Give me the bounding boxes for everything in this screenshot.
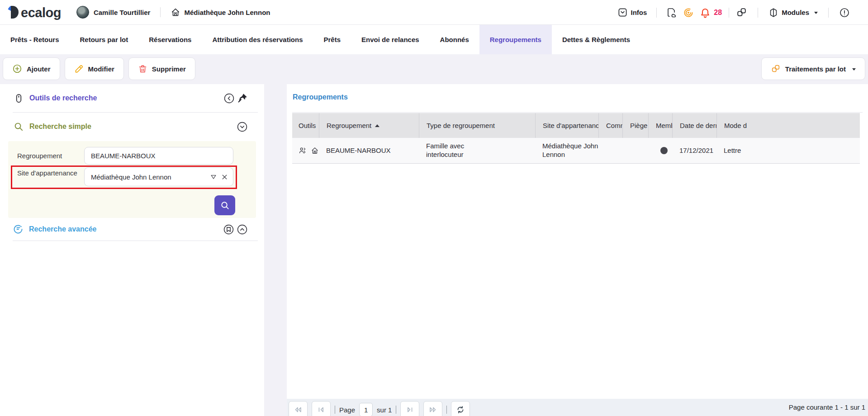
tab-retours-par-lot[interactable]: Retours par lot <box>70 25 139 54</box>
cell-membres <box>648 147 672 154</box>
search-tools-header: Outils de recherche <box>0 84 264 112</box>
decalog-logo[interactable]: ecalog <box>7 5 61 19</box>
double-left-icon <box>293 405 303 415</box>
collapse-section-button[interactable] <box>237 121 248 132</box>
plus-circle-icon <box>12 64 22 74</box>
notifications-button[interactable]: 28 <box>700 7 722 18</box>
user-name: Camille Tourtillier <box>94 9 151 16</box>
refresh-icon <box>455 405 465 415</box>
column-header-site[interactable]: Site d'appartenance <box>535 113 598 138</box>
info-circle-icon[interactable] <box>839 7 850 18</box>
document-cloud-icon[interactable] <box>666 7 677 18</box>
mouse-icon <box>14 93 24 104</box>
pager-divider <box>396 406 396 414</box>
members-icon[interactable] <box>299 146 307 156</box>
add-button[interactable]: Ajouter <box>3 57 60 80</box>
house-icon <box>171 7 180 17</box>
tab-abonnes[interactable]: Abonnés <box>430 25 479 54</box>
next-page-button[interactable] <box>400 401 419 416</box>
modules-menu[interactable]: Modules <box>768 8 818 18</box>
page-summary: Page courante 1 - 1 sur 1 <box>789 403 865 411</box>
dropdown-triangle-icon[interactable] <box>209 173 218 181</box>
previous-page-button[interactable] <box>312 401 331 416</box>
page-of-label: sur 1 <box>377 406 392 414</box>
site-appartenance-value: Médiathèque John Lennon <box>91 173 209 181</box>
first-page-button[interactable] <box>289 401 308 416</box>
pencil-icon <box>74 64 84 74</box>
member-dot-indicator <box>660 147 668 154</box>
edit-button-label: Modifier <box>88 65 114 73</box>
cell-type: Famille avec interlocuteur <box>419 142 535 159</box>
saved-searches-button[interactable] <box>223 224 234 235</box>
column-header-outils[interactable]: Outils <box>292 113 319 138</box>
tab-reservations[interactable]: Réservations <box>138 25 202 54</box>
refresh-button[interactable] <box>451 401 470 416</box>
column-header-mode[interactable]: Mode d <box>716 113 860 138</box>
clear-field-icon[interactable] <box>221 173 228 181</box>
chain-icon <box>771 64 781 74</box>
tab-regroupements[interactable]: Regroupements <box>479 25 552 54</box>
modules-label: Modules <box>782 9 809 16</box>
advanced-search-title: Recherche avancée <box>29 225 96 233</box>
cell-type-text: Famille avec interlocuteur <box>426 142 487 159</box>
regroupement-label: Regroupement <box>17 152 62 160</box>
inbox-icon <box>617 7 628 18</box>
site-name: Médiathèque John Lennon <box>184 9 270 16</box>
cell-date: 17/12/2021 <box>672 147 716 155</box>
links-icon[interactable] <box>736 7 747 18</box>
column-header-regroupement[interactable]: Regroupement <box>319 113 419 138</box>
pager-divider <box>335 406 335 414</box>
last-page-button[interactable] <box>423 401 442 416</box>
prev-page-icon <box>316 405 326 415</box>
search-submit-button[interactable] <box>214 195 235 215</box>
user-avatar[interactable] <box>76 6 89 19</box>
current-site[interactable]: Médiathèque John Lennon <box>171 7 270 17</box>
column-header-label: Regroupement <box>327 122 371 129</box>
column-header-membres[interactable]: Memb <box>648 113 672 138</box>
infos-label: Infos <box>631 9 647 16</box>
column-header-commentaire[interactable]: Comm <box>598 113 622 138</box>
sort-ascending-icon <box>375 124 379 127</box>
results-panel: Regroupements Outils Regroupement Type d… <box>287 84 868 416</box>
page-number-input[interactable] <box>359 403 373 416</box>
site-appartenance-combo[interactable]: Médiathèque John Lennon <box>84 167 233 186</box>
infos-button[interactable]: Infos <box>617 7 647 18</box>
modules-cube-icon <box>768 8 778 18</box>
column-header-date[interactable]: Date de derniè <box>672 113 716 138</box>
pin-panel-button[interactable] <box>237 93 248 104</box>
header-actions: Infos 28 Modules <box>617 0 850 25</box>
add-button-label: Ajouter <box>27 65 51 73</box>
edit-button[interactable]: Modifier <box>65 57 124 80</box>
collapse-panel-button[interactable] <box>223 93 235 104</box>
trash-icon <box>138 64 147 74</box>
tab-prets-retours[interactable]: Prêts - Retours <box>0 25 70 54</box>
search-tools-title: Outils de recherche <box>29 94 97 102</box>
table-header-row: Outils Regroupement Type de regroupement… <box>292 113 860 138</box>
results-title: Regroupements <box>293 93 348 101</box>
search-tools-panel: Outils de recherche Recherche simple Reg… <box>0 84 264 416</box>
pager-divider <box>446 406 447 414</box>
regroupement-input[interactable] <box>84 147 233 165</box>
tab-attribution-reservations[interactable]: Attribution des réservations <box>202 25 313 54</box>
notification-count: 28 <box>714 9 722 17</box>
simple-search-header[interactable]: Recherche simple <box>0 113 264 141</box>
tab-envoi-relances[interactable]: Envoi de relances <box>351 25 430 54</box>
tab-dettes-reglements[interactable]: Dettes & Règlements <box>552 25 640 54</box>
results-table: Outils Regroupement Type de regroupement… <box>292 113 860 164</box>
advanced-search-icon <box>13 224 24 235</box>
batch-processing-button[interactable]: Traitements par lot <box>761 57 865 80</box>
broadcast-icon[interactable] <box>683 7 694 18</box>
tab-prets[interactable]: Prêts <box>313 25 351 54</box>
advanced-search-header[interactable]: Recherche avancée <box>0 218 264 241</box>
expand-section-button[interactable] <box>237 224 248 235</box>
logo-d-icon <box>7 5 20 19</box>
column-header-piege[interactable]: Piège <box>622 113 648 138</box>
column-header-type[interactable]: Type de regroupement <box>419 113 535 138</box>
table-row[interactable]: BEAUME-NARBOUX Famille avec interlocuteu… <box>292 138 860 164</box>
site-icon[interactable] <box>311 146 319 156</box>
delete-button[interactable]: Supprimer <box>128 57 195 80</box>
batch-button-label: Traitements par lot <box>785 65 846 73</box>
action-toolbar: Ajouter Modifier Supprimer Traitements p… <box>0 54 868 84</box>
cell-mode: Lettre <box>716 147 860 155</box>
header-divider <box>656 8 657 18</box>
